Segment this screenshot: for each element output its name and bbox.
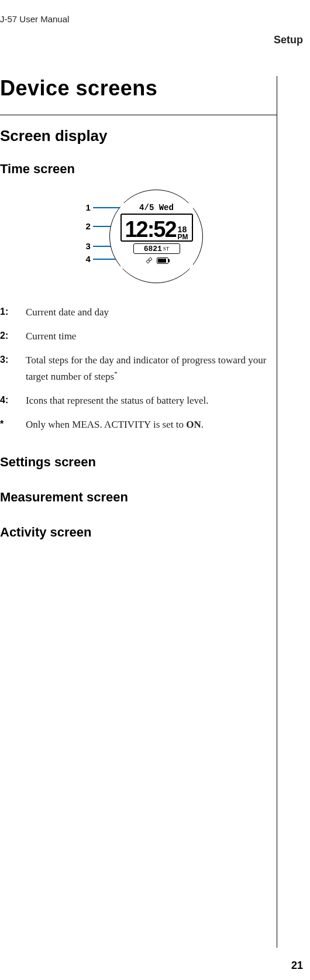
legend-num: 2: [0,328,26,344]
legend-text: Total steps for the day and indicator of… [26,352,277,384]
section-screen-display: Screen display [0,127,277,145]
header-section: Setup [274,34,303,46]
legend-item-4: 4: Icons that represent the status of ba… [0,393,277,408]
legend-num: 4: [0,393,26,408]
header-product-manual: J-57 User Manual [0,14,69,24]
watch-ampm: PM [178,233,188,240]
legend-item-2: 2: Current time [0,328,277,344]
legend-num: * [0,417,26,432]
watch-steps: 6821 [144,245,162,253]
legend-footnote: * Only when MEAS. ACTIVITY is set to ON. [0,417,277,432]
satellite-icon [145,256,153,264]
legend-item-3: 3: Total steps for the day and indicator… [0,352,277,384]
section-measurement-screen: Measurement screen [0,490,277,505]
watch-screen: 4/5 Wed 12:52 18 PM 6821 ST [120,203,193,269]
watch-status-icons [120,256,193,264]
watch-date: 4/5 Wed [120,203,193,212]
watch-steps-unit: ST [163,246,170,252]
watch-steps-box: 6821 ST [133,243,180,254]
callout-2-label: 2 [86,221,91,231]
watch-illustration: 1 2 3 4 4/5 Wed 12:52 18 PM [0,190,277,283]
callout-3-label: 3 [86,241,91,251]
watch-face: 4/5 Wed 12:52 18 PM 6821 ST [109,190,203,283]
legend-text: Only when MEAS. ACTIVITY is set to ON. [26,417,204,432]
legend-num: 1: [0,304,26,320]
section-activity-screen: Activity screen [0,525,277,540]
legend-text: Current date and day [26,304,109,320]
legend-text: Current time [26,328,76,344]
legend: 1: Current date and day 2: Current time … [0,304,277,432]
watch-time-box: 12:52 18 PM [120,214,193,242]
legend-num: 3: [0,352,26,384]
callout-4-label: 4 [86,254,91,264]
callout-1-label: 1 [86,202,91,212]
legend-text: Icons that represent the status of batte… [26,393,209,408]
page-content: Device screens Screen display Time scree… [0,76,277,948]
watch-seconds: 18 [178,225,188,233]
section-settings-screen: Settings screen [0,455,277,470]
watch-time: 12:52 [125,218,175,240]
divider [0,115,277,115]
page-number: 21 [291,960,303,972]
section-time-screen: Time screen [0,161,277,177]
legend-item-1: 1: Current date and day [0,304,277,320]
page-title: Device screens [0,76,277,101]
battery-icon [157,257,168,264]
